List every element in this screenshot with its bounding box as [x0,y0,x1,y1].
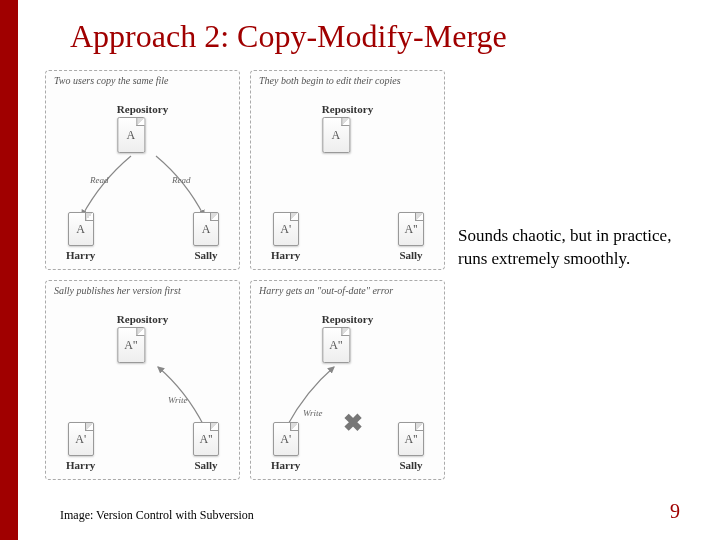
repo-doc-icon: A'' [322,327,350,363]
repo-doc-icon: A [117,117,145,153]
user-doc-icon: A [68,212,94,246]
doc-label: A'' [405,222,418,237]
user-doc-icon: A'' [398,422,424,456]
doc-label: A' [75,432,86,447]
doc-label: A'' [200,432,213,447]
user-name: Harry [271,249,300,261]
error-x-icon: ✖ [343,409,363,437]
arrow-label: Write [168,395,188,405]
arrow-label: Write [303,408,323,418]
doc-label: A [331,128,340,143]
accent-bar [0,0,18,540]
user-name: Harry [271,459,300,471]
user-name: Sally [398,459,424,471]
slide-title: Approach 2: Copy-Modify-Merge [70,18,507,55]
user-right: A'' Sally [398,422,424,471]
user-doc-icon: A' [273,422,299,456]
repository-label: Repository [322,313,373,325]
panel-4: Harry gets an "out-of-date" error Reposi… [250,280,445,480]
user-doc-icon: A [193,212,219,246]
repository-label: Repository [117,313,168,325]
arrow-label: Read [171,175,191,185]
user-name: Harry [66,459,95,471]
user-left: A' Harry [271,212,300,261]
repository: Repository A [322,103,373,153]
doc-label: A [126,128,135,143]
user-doc-icon: A' [68,422,94,456]
panel-2: They both begin to edit their copies Rep… [250,70,445,270]
panel-caption: Two users copy the same file [54,75,169,86]
panel-1: Two users copy the same file Repository … [45,70,240,270]
doc-label: A'' [329,338,342,353]
user-doc-icon: A'' [193,422,219,456]
panel-caption: Harry gets an "out-of-date" error [259,285,393,296]
arrow-label: Read [89,175,109,185]
body-caption: Sounds chaotic, but in practice, runs ex… [458,225,688,271]
page-number: 9 [670,500,680,523]
doc-label: A [202,222,211,237]
repository: Repository A'' [322,313,373,363]
doc-label: A' [280,222,291,237]
doc-label: A'' [124,338,137,353]
user-doc-icon: A'' [398,212,424,246]
panel-caption: They both begin to edit their copies [259,75,401,86]
repository-label: Repository [117,103,168,115]
image-credit: Image: Version Control with Subversion [60,508,254,523]
repo-doc-icon: A [322,117,350,153]
user-right: A Sally [193,212,219,261]
user-left: A' Harry [66,422,95,471]
doc-label: A' [280,432,291,447]
user-left: A Harry [66,212,95,261]
user-right: A'' Sally [398,212,424,261]
panel-3: Sally publishes her version first Reposi… [45,280,240,480]
repository: Repository A [117,103,168,153]
user-name: Sally [193,249,219,261]
user-name: Harry [66,249,95,261]
user-name: Sally [398,249,424,261]
user-right: A'' Sally [193,422,219,471]
user-doc-icon: A' [273,212,299,246]
repo-doc-icon: A'' [117,327,145,363]
doc-label: A'' [405,432,418,447]
user-name: Sally [193,459,219,471]
doc-label: A [76,222,85,237]
repository: Repository A'' [117,313,168,363]
panel-caption: Sally publishes her version first [54,285,181,296]
repository-label: Repository [322,103,373,115]
user-left: A' Harry [271,422,300,471]
